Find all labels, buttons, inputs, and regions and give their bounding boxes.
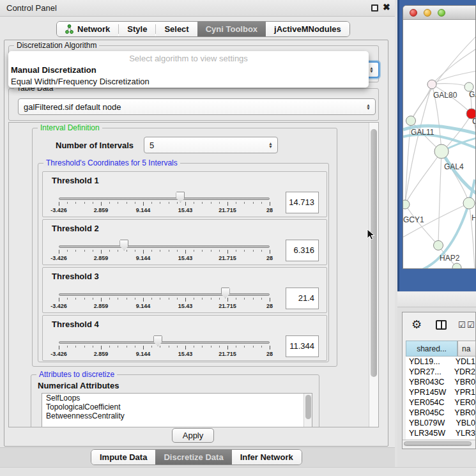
tab-cyni-toolbox[interactable]: Cyni Toolbox	[197, 22, 266, 36]
threshold-1-slider-thumb[interactable]	[176, 192, 185, 203]
threshold-2-slider-thumb[interactable]	[119, 240, 128, 250]
table-cell: YLR3	[452, 428, 475, 438]
dropdown-option-manual[interactable]: Manual Discretization	[8, 65, 369, 76]
network-window-titlebar[interactable]	[403, 6, 476, 20]
application-root: Control Panel ✖ Network Style Select Cyn…	[0, 0, 476, 476]
threshold-1-value-field[interactable]: 14.713	[286, 192, 319, 213]
table-row[interactable]: YLR345WYLR3	[406, 428, 475, 438]
threshold-coordinates-title: Threshold's Coordinates for 5 Intervals	[43, 158, 180, 167]
threshold-4-slider-ruler: -3.4262.8599.14415.4321.71528	[59, 346, 270, 360]
combo-arrows-icon: ▲▼	[369, 66, 374, 73]
scrollbar-thumb[interactable]	[404, 441, 472, 446]
discretization-algorithm-group-title: Discretization Algorithm	[14, 41, 99, 50]
network-node-label: GAL4	[444, 162, 464, 171]
control-panel: Control Panel ✖ Network Style Select Cyn…	[0, 0, 395, 476]
tab-impute-data[interactable]: Impute Data	[91, 450, 155, 464]
num-intervals-combobox[interactable]: 5 ▲▼	[144, 137, 278, 153]
table-cell: YBL079W	[406, 418, 452, 428]
tab-jactivemnodules[interactable]: jActiveMNodules	[266, 22, 349, 36]
threshold-1-slider-track[interactable]	[59, 197, 270, 200]
select-all-checkbox-icon[interactable]: ☑	[458, 320, 466, 330]
network-canvas[interactable]: GAL80GACGAL11GAL4GCY1HHAP2	[403, 20, 476, 269]
table-cell: YPR1	[450, 387, 475, 397]
table-cell: YPR145W	[406, 387, 450, 397]
numerical-attributes-label: Numerical Attributes	[38, 381, 119, 390]
tab-network[interactable]: Network	[57, 22, 118, 36]
cyni-toolbox-panel: Discretization Algorithm ▲▼ Table Data g…	[4, 40, 388, 447]
table-columns-icon[interactable]	[436, 320, 447, 330]
network-view-window: GAL80GACGAL11GAL4GCY1HHAP2	[403, 5, 476, 269]
table-cell: YLR345W	[406, 428, 452, 438]
zoom-window-icon[interactable]	[438, 9, 445, 17]
select-none-checkbox-icon[interactable]: ☑	[467, 320, 475, 330]
tab-discretize-data[interactable]: Discretize Data	[155, 450, 231, 464]
threshold-3-slider-track[interactable]	[59, 293, 270, 296]
tab-style[interactable]: Style	[119, 22, 155, 36]
table-cell: YER054C	[406, 397, 450, 408]
minimize-window-icon[interactable]	[424, 9, 431, 17]
threshold-1-panel: Threshold 1 -3.4262.8599.14415.4321.7152…	[42, 171, 327, 217]
settings-vertical-scrollbar[interactable]	[369, 123, 379, 427]
list-item[interactable]: TopologicalCoefficient	[42, 403, 312, 411]
table-row[interactable]: YBR043CYBR0	[406, 377, 475, 387]
network-node-label: HAP2	[440, 254, 460, 263]
table-cell: YBR0	[450, 408, 475, 418]
dropdown-option-equal-width[interactable]: Equal Width/Frequency Discretization	[8, 76, 369, 88]
table-row[interactable]: YPR145WYPR1	[406, 387, 475, 397]
threshold-4-label: Threshold 4	[52, 319, 99, 329]
threshold-4-value-field[interactable]: 11.344	[286, 335, 319, 357]
threshold-3-panel: Threshold 3 -3.4262.8599.14415.4321.7152…	[42, 267, 327, 313]
table-row[interactable]: YDL19...YDL1	[406, 357, 475, 367]
threshold-3-slider-thumb[interactable]	[221, 288, 230, 298]
control-panel-titlebar: Control Panel ✖	[0, 0, 395, 17]
network-node[interactable]	[403, 200, 410, 209]
table-row[interactable]: YBR045CYBR0	[406, 408, 475, 418]
threshold-2-panel: Threshold 2 -3.4262.8599.14415.4321.7152…	[42, 219, 327, 265]
tab-select[interactable]: Select	[156, 22, 197, 36]
close-window-icon[interactable]	[410, 9, 417, 17]
tab-infer-network[interactable]: Infer Network	[232, 450, 302, 464]
table-cell: YDR2	[450, 367, 475, 377]
dropdown-placeholder-option[interactable]: Select algorithm to view settings	[8, 53, 369, 65]
settings-scroll-panel: Interval Definition Number of Intervals …	[8, 122, 379, 427]
table-settings-gear-icon[interactable]: ⚙	[411, 318, 422, 332]
network-node[interactable]	[434, 241, 443, 250]
table-horizontal-scrollbar[interactable]	[403, 440, 475, 447]
table-cell: YBL0	[452, 418, 475, 428]
network-node[interactable]	[406, 116, 416, 126]
threshold-4-panel: Threshold 4 -3.4262.8599.14415.4321.7152…	[42, 315, 327, 361]
numerical-attributes-list[interactable]: SelfLoopsTopologicalCoefficientBetweenne…	[42, 393, 312, 427]
close-panel-icon[interactable]: ✖	[383, 2, 390, 12]
mouse-cursor	[367, 229, 376, 242]
network-node-label: GAL80	[433, 91, 457, 100]
table-row[interactable]: YBL079WYBL0	[406, 418, 475, 428]
float-panel-icon[interactable]	[371, 4, 378, 12]
column-header-name[interactable]: na	[457, 341, 476, 357]
table-row[interactable]: YDR27...YDR2	[406, 367, 475, 377]
scrollbar-thumb[interactable]	[371, 129, 377, 377]
network-node-label: GAL11	[411, 128, 434, 137]
num-intervals-value: 5	[150, 141, 154, 150]
table-row[interactable]: YER054CYER0	[406, 397, 475, 408]
apply-button[interactable]: Apply	[172, 428, 214, 443]
network-icon	[65, 24, 73, 34]
threshold-2-slider-track[interactable]	[59, 245, 270, 248]
threshold-4-slider-track[interactable]	[59, 341, 270, 344]
table-data-combobox[interactable]: galFiltered.sif default node ▲▼	[18, 98, 376, 115]
table-panel-titlebar: Table Panel	[397, 292, 476, 307]
list-item[interactable]: SelfLoops	[42, 394, 312, 403]
threshold-4-slider-thumb[interactable]	[153, 335, 162, 346]
network-node[interactable]	[427, 80, 436, 89]
threshold-2-value-field[interactable]: 6.316	[286, 240, 319, 261]
network-node[interactable]	[434, 144, 449, 158]
network-node[interactable]	[452, 263, 461, 269]
network-node[interactable]	[463, 197, 475, 209]
list-item[interactable]: BetweennessCentrality	[42, 411, 312, 420]
threshold-1-slider-ruler: -3.4262.8599.14415.4321.71528	[59, 202, 270, 216]
network-node-label: C	[472, 117, 476, 126]
attributes-list-scrollbar[interactable]	[303, 394, 312, 427]
column-header-shared-name[interactable]: shared...	[406, 341, 457, 357]
table-cell: YBR045C	[406, 408, 450, 418]
threshold-3-value-field[interactable]: 21.4	[286, 288, 319, 309]
combo-arrows-icon: ▲▼	[366, 104, 371, 110]
